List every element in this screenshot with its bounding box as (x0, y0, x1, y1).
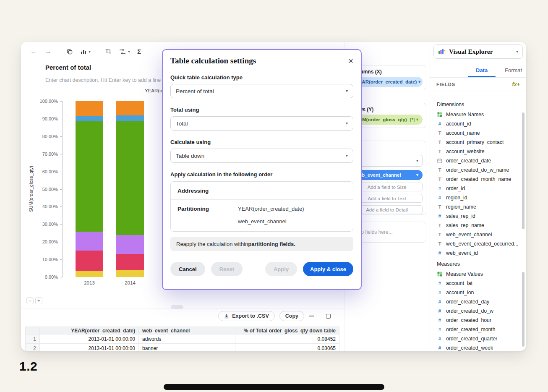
field-item-order_created_quarter[interactable]: #order_created_quarter (430, 334, 523, 343)
y-axis-tick-label: 80.00% (31, 134, 58, 139)
field-item-account_name[interactable]: Taccount_name (430, 128, 523, 138)
visual-explorer-selector[interactable]: Visual Explorer ▾ (433, 44, 523, 59)
quick-calc-type-label: Quick table calculation type (170, 74, 353, 81)
y-axis-tick-label: 0.00% (31, 274, 58, 280)
number-icon: # (437, 195, 443, 200)
chevron-down-icon: ▾ (418, 80, 420, 84)
field-item-account_id[interactable]: #account_id (430, 119, 523, 128)
size-dropzone[interactable]: Add a field to Size (351, 183, 423, 191)
chevron-down-icon: ▾ (516, 50, 518, 54)
bar-segment-blue-segment[interactable] (76, 116, 103, 121)
undo-back-icon[interactable]: ← (30, 48, 37, 55)
field-item-Measure Names[interactable]: Measure Names (430, 110, 523, 119)
zoom-in-button[interactable]: + (35, 297, 42, 304)
field-item-sales_rep_id[interactable]: #sales_rep_id (430, 212, 523, 221)
apply-and-close-button[interactable]: Apply & close (303, 262, 353, 276)
cell-value: 0.03065 (235, 344, 339, 351)
measures-scrollbar[interactable] (522, 272, 525, 347)
calculate-using-select[interactable]: Table down ▾ (170, 149, 353, 163)
field-item-order_created_hour[interactable]: #order_created_hour (430, 316, 523, 325)
fields-panel: Visual Explorer ▾ Data Format FIELDS fx+… (430, 42, 526, 351)
field-item-order_created_do_w_name[interactable]: Torder_created_do_w_name (430, 165, 523, 175)
column-header-year[interactable]: YEAR(order_created_date) (40, 327, 139, 335)
crop-icon[interactable] (105, 48, 112, 55)
total-using-select[interactable]: Total ▾ (170, 116, 353, 131)
bar-segment-orange-segment[interactable] (116, 101, 144, 115)
apply-button[interactable]: Apply (265, 262, 297, 276)
chart-description[interactable]: Enter chart description. Hit Enter key t… (45, 77, 161, 83)
dimensions-scrollbar[interactable] (522, 112, 525, 229)
bar-segment-purple-segment[interactable] (116, 235, 144, 253)
field-item-Measure Values[interactable]: Measure Values (430, 269, 523, 279)
mark-type-select[interactable]: ▾ (351, 155, 423, 167)
field-item-sales_rep_name[interactable]: Tsales_rep_name (430, 221, 523, 230)
version-label: 1.2 (19, 359, 37, 374)
bar-segment-yellow-segment[interactable] (116, 270, 144, 277)
add-formula-icon[interactable]: fx+ (512, 81, 520, 87)
field-item-order_created_do_w[interactable]: #order_created_do_w (430, 306, 523, 316)
cell-channel: adwords (139, 335, 235, 344)
number-icon: # (437, 281, 443, 286)
text-icon: T (437, 232, 443, 237)
field-item-region_id[interactable]: #region_id (430, 193, 523, 202)
number-icon: # (437, 290, 443, 295)
bar-segment-green-segment[interactable] (76, 121, 103, 232)
zoom-out-button[interactable]: − (26, 297, 34, 304)
field-item-order_id[interactable]: #order_id (430, 184, 523, 193)
column-header-percent[interactable]: % of Total order_gloss_qty down table (235, 327, 339, 335)
field-item-account_lon[interactable]: #account_lon (430, 288, 523, 297)
column-header-channel[interactable]: web_event_channel (139, 327, 235, 335)
redo-forward-icon[interactable]: → (44, 48, 52, 55)
field-item-web_event_created_occurred...[interactable]: Tweb_event_created_occurred... (430, 239, 523, 248)
field-item-account_lat[interactable]: #account_lat (430, 279, 523, 288)
stacked-bar-2013 (76, 101, 103, 277)
copy-button[interactable]: Copy (279, 311, 304, 321)
table-row[interactable]: 1 2013-01-01 00:00:00 adwords 0.08452 (26, 335, 339, 344)
color-field-pill[interactable]: web_event_channel ▾ (351, 170, 423, 180)
field-item-web_event_channel[interactable]: Tweb_event_channel (430, 230, 523, 239)
reset-button[interactable]: Reset (211, 262, 243, 276)
collapse-panel-icon[interactable] (309, 316, 314, 316)
field-item-order_created_month_name[interactable]: Torder_created_month_name (430, 175, 523, 184)
splitter-drag-handle[interactable]: ···· (171, 305, 183, 309)
bar-segment-blue-segment[interactable] (116, 115, 144, 120)
bar-segment-yellow-segment[interactable] (76, 271, 103, 277)
bar-segment-green-segment[interactable] (116, 121, 144, 235)
field-item-order_created_week[interactable]: #order_created_week (430, 343, 523, 351)
table-row[interactable]: 2 2013-01-01 00:00:00 banner 0.03065 (26, 344, 339, 351)
text-dropzone[interactable]: Add a field to Text (351, 194, 423, 203)
export-csv-button[interactable]: Export to .CSV (218, 311, 275, 321)
quick-calc-type-select[interactable]: Percent of total ▾ (170, 84, 353, 98)
cancel-button[interactable]: Cancel (170, 262, 205, 276)
bar-segment-red-segment[interactable] (76, 251, 103, 271)
y-axis-tick-label: 50.00% (31, 187, 58, 192)
partitioning-field[interactable]: web_event_channel (238, 218, 304, 225)
field-item-order_created_month[interactable]: #order_created_month (430, 325, 523, 334)
field-item-account_website[interactable]: Taccount_website (430, 147, 523, 156)
chart-type-button[interactable]: ▾ (80, 48, 91, 55)
field-item-order_created_date[interactable]: order_created_date (430, 156, 523, 165)
detail-dropzone[interactable]: Add a field to Detail (351, 205, 423, 214)
expand-panel-icon[interactable] (326, 314, 331, 319)
columns-field-pill[interactable]: YEAR(order_created_date) ▾ (351, 77, 423, 87)
tab-data[interactable]: Data (476, 67, 488, 73)
number-icon: # (437, 308, 443, 314)
partitioning-field[interactable]: YEAR(order_created_date) (238, 206, 304, 212)
field-item-account_primary_contact[interactable]: Taccount_primary_contact (430, 138, 523, 147)
bar-segment-red-segment[interactable] (116, 254, 144, 270)
swap-axes-button[interactable]: ▾ (119, 48, 130, 55)
bar-segment-orange-segment[interactable] (76, 101, 103, 116)
close-icon[interactable]: × (348, 57, 353, 65)
rows-field-pill[interactable]: SUM(order_gloss_qty) [*] ▾ (351, 115, 423, 125)
y-axis-tick-label: 10.00% (31, 257, 58, 262)
y-axis-tick-label: 60.00% (31, 169, 58, 174)
field-item-order_created_day[interactable]: #order_created_day (430, 297, 523, 306)
x-axis-category-label: 2013 (76, 280, 103, 285)
sigma-aggregate-icon[interactable]: Σ (137, 48, 141, 55)
tab-format[interactable]: Format (505, 67, 522, 73)
calculate-using-label: Calculate using (170, 139, 353, 146)
bar-segment-purple-segment[interactable] (76, 232, 103, 250)
field-item-region_name[interactable]: Tregion_name (430, 202, 523, 212)
field-item-web_event_id[interactable]: #web_event_id (430, 248, 523, 256)
duplicate-icon[interactable] (66, 48, 73, 55)
